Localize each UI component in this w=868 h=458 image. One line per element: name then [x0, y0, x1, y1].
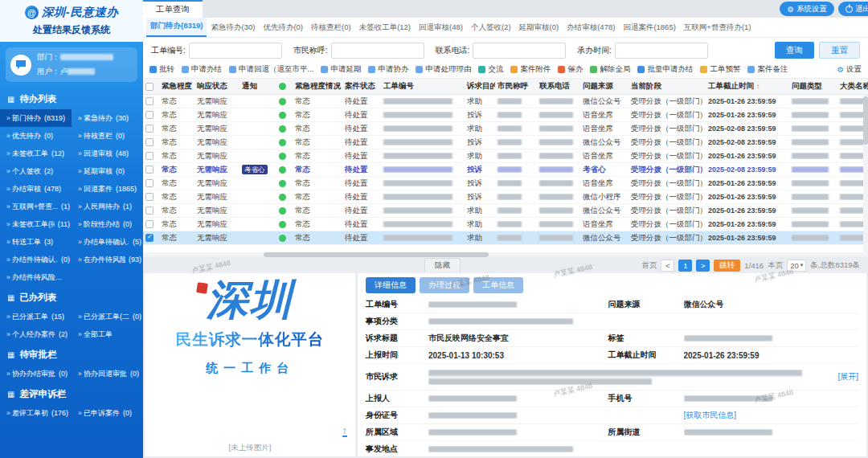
filter-tab[interactable]: 待核查栏(0) — [307, 18, 355, 37]
logout-button[interactable]: 退出 — [838, 2, 868, 16]
filter-tab[interactable]: 回退案件(1865) — [619, 18, 679, 37]
sidebar-item[interactable]: »个人经办案件(2) — [0, 325, 72, 343]
select-all-checkbox[interactable] — [145, 83, 154, 91]
citizen-name-input[interactable] — [331, 43, 424, 59]
table-row[interactable]: 常态无需响应常态待处置求助微信公众号受理分拨（一级部门）2025-01-26 2… — [143, 95, 868, 108]
detail-tab[interactable]: 办理过程 — [420, 277, 469, 293]
sidebar-section-title[interactable]: ▦差评申诉栏 — [0, 382, 143, 404]
table-settings-button[interactable]: ⚙设置 — [837, 64, 862, 75]
sidebar-item[interactable]: »差评工单初(176) — [0, 404, 72, 422]
current-page[interactable]: 1 — [678, 260, 692, 272]
sidebar-item[interactable]: »优先待办(0) — [0, 127, 72, 145]
doc-button[interactable]: 申请办结 — [182, 64, 222, 75]
row-checkbox[interactable] — [145, 193, 154, 201]
row-checkbox[interactable] — [145, 179, 154, 187]
row-checkbox[interactable] — [145, 220, 154, 228]
table-row[interactable]: 常态无需响应常态待处置求助语音坐席受理分拨（一级部门）2025-01-26 23… — [143, 218, 868, 231]
order-no-input[interactable] — [189, 43, 282, 59]
doc-button[interactable]: 申请延期 — [321, 64, 361, 75]
filter-tab[interactable]: 办结审核(478) — [563, 18, 619, 37]
sidebar-item[interactable]: »已分派工单(15) — [0, 308, 72, 325]
query-button[interactable]: 查询 — [775, 42, 814, 59]
next-page-button[interactable]: > — [696, 260, 710, 272]
sidebar-item[interactable]: »已申诉案件(0) — [72, 404, 143, 422]
upload-icon[interactable]: ↑ — [342, 425, 348, 437]
table-row[interactable]: 常态无需响应常态待处置投诉微信公众号受理分拨（一级部门）2025-02-08 2… — [143, 136, 868, 149]
doc-button[interactable]: 申请处理理由 — [416, 64, 471, 75]
table-row[interactable]: 常态无需响应常态待处置求助微信公众号受理分拨（一级部门）2025-01-26 2… — [143, 204, 868, 218]
row-checkbox[interactable] — [145, 97, 154, 105]
sidebar-item[interactable]: »全部工单 — [72, 325, 143, 343]
filter-tab[interactable]: 优先待办(0) — [259, 18, 307, 37]
batch-button[interactable]: 批量申请办结 — [637, 64, 693, 75]
sidebar-item[interactable]: »办结审核(478) — [0, 180, 72, 198]
table-row[interactable]: 常态无需响应常态待处置求助语音坐席受理分拨（一级部门）2025-02-08 23… — [143, 122, 868, 136]
sidebar-item[interactable]: »未签收工单(待...(11) — [0, 215, 72, 233]
table-row[interactable]: 常态无需响应常态待处置求助微信公众号受理分拨（一级部门）2025-01-26 2… — [143, 231, 868, 245]
reset-button[interactable]: 重置 — [819, 42, 860, 59]
link[interactable]: [展开] — [837, 371, 858, 382]
filter-tab[interactable]: 未签收工单(12) — [355, 18, 415, 37]
scrollbar-thumb[interactable] — [264, 252, 489, 257]
row-checkbox[interactable] — [145, 207, 154, 215]
sidebar-item[interactable]: »回退审核(48) — [72, 145, 143, 162]
urge-button[interactable]: 催办 — [558, 64, 583, 75]
sidebar-item[interactable]: »部门待办(8319) — [0, 109, 72, 127]
first-page-button[interactable]: 首页 — [641, 260, 657, 271]
attachment-button[interactable]: 案件附件 — [510, 64, 551, 75]
sidebar-item[interactable]: »协办办结审批(0) — [0, 365, 72, 382]
sidebar-item[interactable]: »办结件待风险... — [0, 268, 72, 286]
table-row[interactable]: 常态无需响应考省心常态待处置投诉考省心受理分拨（一级部门）2025-02-08 … — [143, 163, 868, 177]
table-row[interactable]: 常态无需响应常态待处置投诉语音坐席受理分拨（一级部门）2025-01-26 23… — [143, 177, 868, 190]
table-row[interactable]: 常态无需响应常态待处置投诉语音坐席受理分拨（一级部门）2025-01-26 23… — [143, 108, 868, 122]
row-checkbox[interactable] — [145, 125, 154, 133]
sidebar-section-title[interactable]: ▦已办列表 — [0, 286, 143, 308]
row-checkbox[interactable] — [145, 138, 154, 146]
sidebar-item[interactable]: »办结件待确认...(0) — [0, 251, 72, 268]
row-checkbox[interactable] — [145, 111, 154, 119]
row-checkbox[interactable] — [145, 234, 154, 242]
horizontal-scrollbar[interactable] — [143, 252, 863, 257]
filter-tab[interactable]: 互联网+督查待办(1) — [680, 18, 755, 37]
sidebar-item[interactable]: »阶段性办结(0) — [72, 215, 143, 233]
scrollbar-thumb[interactable] — [863, 96, 868, 145]
sidebar-item[interactable]: »紧急待办(30) — [72, 109, 143, 127]
filter-tab[interactable]: 个人签收(2) — [467, 18, 515, 37]
note-button[interactable]: 案件备注 — [747, 64, 788, 75]
chat-button[interactable]: 交流 — [478, 64, 503, 75]
hide-panel-button[interactable]: 隐藏 — [424, 258, 461, 272]
sidebar-item[interactable]: »已分派工单(二...(0) — [72, 308, 143, 325]
doc-button[interactable]: 申请回退（退至市平... — [229, 64, 313, 75]
sidebar-item[interactable]: »在办件待风险...(93) — [72, 251, 143, 268]
jump-button[interactable]: 跳转 — [714, 260, 740, 272]
sidebar-item[interactable]: »回退案件(1865) — [72, 180, 143, 198]
sidebar-item[interactable]: »转送工单(3) — [0, 233, 72, 251]
handle-time-input[interactable] — [615, 43, 708, 59]
transfer-button[interactable]: 批转 — [149, 64, 174, 75]
filter-tab[interactable]: 回退审核(48) — [415, 18, 467, 37]
filter-tab[interactable]: 部门待办(8319) — [146, 18, 207, 37]
row-checkbox[interactable] — [145, 166, 154, 174]
detail-tab[interactable]: 详细信息 — [366, 277, 416, 293]
sidebar-item[interactable]: »待核查栏(0) — [72, 127, 143, 145]
filter-tab[interactable]: 紧急待办(30) — [207, 18, 259, 37]
row-checkbox[interactable] — [145, 152, 154, 160]
unlock-button[interactable]: 解除全局 — [590, 64, 630, 75]
sidebar-section-title[interactable]: ▦待审批栏 — [0, 343, 143, 365]
sidebar-section-title[interactable]: ▦待办列表 — [0, 88, 143, 109]
table-row[interactable]: 常态无需响应常态待处置投诉微信小程序受理分拨（一级部门）2025-01-26 2… — [143, 190, 868, 204]
sidebar-item[interactable]: »未签收工单(12) — [0, 145, 72, 162]
sidebar-item[interactable]: »延期审核(0) — [72, 162, 143, 180]
sidebar-item[interactable]: »人民网待办(1) — [72, 198, 143, 215]
alert-button[interactable]: 工单预警 — [700, 64, 740, 75]
link[interactable]: [获取市民信息] — [684, 410, 737, 421]
tab-work-order-query[interactable]: 工单查询 — [143, 0, 203, 18]
sidebar-item[interactable]: »办结单待确认...(5) — [72, 233, 143, 251]
phone-input[interactable] — [473, 43, 566, 59]
prev-page-button[interactable]: < — [661, 260, 674, 272]
sidebar-item[interactable]: »个人签收(2) — [0, 162, 72, 180]
doc-button[interactable]: 申请协办 — [368, 64, 408, 75]
sidebar-item[interactable]: »协办回退审批(0) — [72, 365, 143, 382]
filter-tab[interactable]: 延期审核(0) — [515, 18, 563, 37]
detail-tab[interactable]: 工单信息 — [473, 277, 523, 293]
